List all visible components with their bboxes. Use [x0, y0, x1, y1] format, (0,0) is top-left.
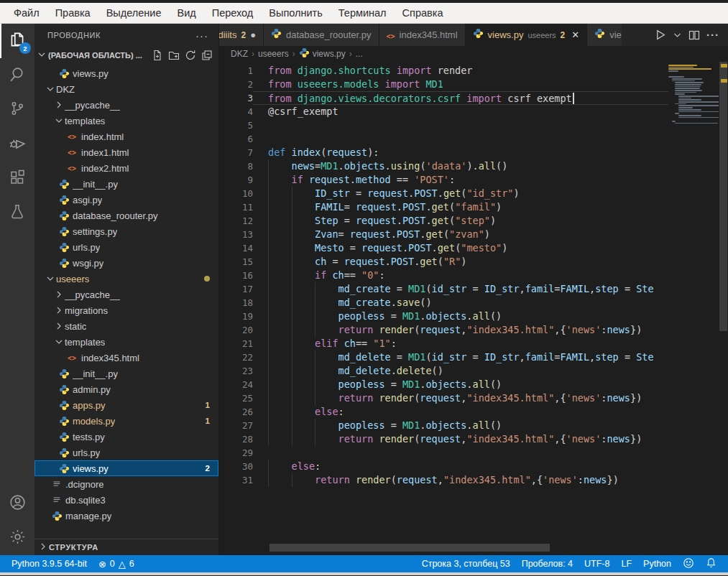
code-line-31[interactable]: 31 return render(request,"index345.html"…	[219, 473, 668, 487]
activity-account[interactable]	[0, 486, 34, 521]
tab-index345-html[interactable]: <>index345.html	[379, 24, 466, 46]
code-line-9[interactable]: 9 if request.method == 'POST':	[219, 173, 668, 187]
code-line-11[interactable]: 11 FAMIL= request.POST.get("famil")	[219, 200, 668, 214]
code-line-4[interactable]: 4@csrf_exempt	[219, 105, 668, 119]
code-line-2[interactable]: 2from useeers.models import MD1	[219, 78, 668, 91]
menu-item-4[interactable]: Переход	[204, 7, 262, 19]
menu-item-2[interactable]: Выделение	[98, 7, 170, 19]
code-line-30[interactable]: 30 else:	[219, 460, 668, 473]
outline-section-header[interactable]: СТРУКТУРА	[34, 539, 218, 555]
code-line-28[interactable]: 28 return render(request,"index345.html"…	[219, 432, 668, 446]
code-area[interactable]: 1from django.shortcuts import render2fro…	[219, 62, 668, 555]
status-encoding[interactable]: UTF-8	[579, 555, 615, 572]
menu-item-6[interactable]: Терминал	[331, 7, 395, 19]
vertical-scrollbar[interactable]	[719, 62, 728, 555]
chevron-down-icon[interactable]	[673, 30, 682, 40]
tree-file-index2-html[interactable]: <>index2.html	[34, 160, 218, 176]
code-line-24[interactable]: 24 peopless = MD1.objects.all()	[219, 378, 668, 391]
workspace-section-header[interactable]: (РАБОЧАЯ ОБЛАСТЬ) ...	[34, 47, 218, 63]
tree-folder-migrations[interactable]: migrations	[34, 302, 218, 318]
horizontal-scrollbar-thumb[interactable]	[269, 544, 550, 552]
code-line-7[interactable]: 7def index(request):	[219, 146, 668, 159]
code-line-3[interactable]: 3from django.views.decorators.csrf impor…	[219, 91, 668, 105]
tree-file-database-roouter-py[interactable]: database_roouter.py	[34, 208, 218, 223]
activity-run-debug[interactable]	[0, 127, 34, 162]
minimap[interactable]	[668, 62, 719, 555]
tree-file-wsgi-py[interactable]: wsgi.py	[34, 255, 218, 271]
status-problems[interactable]: ⊗0△6	[93, 555, 140, 572]
tree-file-models-py[interactable]: models.py1	[34, 413, 218, 429]
tree-file-settings-py[interactable]: settings.py	[34, 223, 218, 239]
status-language-mode[interactable]: Python	[637, 555, 677, 572]
status-indentation[interactable]: Пробелов: 4	[516, 555, 579, 572]
status-python-interpreter[interactable]: Python 3.9.5 64-bit	[6, 555, 93, 572]
status-notifications[interactable]	[700, 555, 722, 572]
code-line-5[interactable]: 5	[219, 119, 668, 132]
new-folder-icon[interactable]	[168, 50, 180, 61]
menu-item-3[interactable]: Вид	[169, 7, 203, 19]
tree-file-index-html[interactable]: <>index.html	[34, 129, 218, 144]
code-line-14[interactable]: 14 Mesto = request.POST.get("mesto")	[219, 241, 668, 255]
code-line-16[interactable]: 16 if ch== "0":	[219, 269, 668, 282]
tree-file-tests-py[interactable]: tests.py	[34, 429, 218, 445]
sidebar-more-actions[interactable]: ···	[195, 29, 208, 42]
code-line-18[interactable]: 18 md_create.save()	[219, 296, 668, 310]
breadcrumb-item-views-py[interactable]: views.py	[299, 47, 346, 60]
code-line-20[interactable]: 20 return render(request,"index345.html"…	[219, 323, 668, 337]
activity-explorer[interactable]: 2	[0, 24, 34, 58]
tree-folder-templates[interactable]: templates	[34, 113, 218, 129]
activity-search[interactable]	[0, 58, 34, 93]
code-line-17[interactable]: 17 md_create = MD1(id_str = ID_str,famil…	[219, 282, 668, 296]
code-line-13[interactable]: 13 Zvan= request.POST.get("zvan")	[219, 228, 668, 241]
status-eol[interactable]: LF	[615, 555, 637, 572]
tree-file-manage-py[interactable]: manage.py	[34, 508, 218, 524]
status-feedback[interactable]	[677, 555, 700, 572]
tree-file-index345-html[interactable]: <>index345.html	[34, 350, 218, 366]
collapse-all-icon[interactable]	[201, 50, 213, 61]
breadcrumb-item-dkz[interactable]: DKZ	[231, 49, 248, 59]
tree-file-index1-html[interactable]: <>index1.html	[34, 144, 218, 160]
tree-file-urls-py[interactable]: urls.py	[34, 239, 218, 255]
vertical-scrollbar-thumb[interactable]	[719, 62, 727, 331]
close-icon[interactable]: ✕	[571, 29, 579, 40]
menu-item-0[interactable]: Файл	[6, 7, 47, 19]
code-line-25[interactable]: 25 return render(request,"index345.html"…	[219, 391, 668, 405]
new-file-icon[interactable]	[152, 50, 163, 61]
horizontal-scrollbar[interactable]	[219, 544, 609, 552]
tree-file-urls-py[interactable]: urls.py	[34, 445, 218, 460]
tab-database-roouter-py[interactable]: database_roouter.py	[264, 24, 379, 46]
tree-file--init-py[interactable]: __init__.py	[34, 176, 218, 192]
activity-settings[interactable]	[0, 521, 34, 555]
breadcrumb-item--[interactable]: ...	[356, 49, 363, 59]
code-line-23[interactable]: 23 md_delete.delete()	[219, 364, 668, 378]
tree-file-asgi-py[interactable]: asgi.py	[34, 192, 218, 208]
code-line-27[interactable]: 27 peopless = MD1.objects.all()	[219, 419, 668, 432]
code-line-26[interactable]: 26 else:	[219, 405, 668, 419]
refresh-icon[interactable]	[185, 50, 196, 61]
activity-extensions[interactable]	[0, 162, 34, 196]
code-line-6[interactable]: 6	[219, 132, 668, 146]
tree-folder--pycache-[interactable]: __pycache__	[34, 97, 218, 113]
menu-item-5[interactable]: Выполнить	[261, 7, 330, 19]
code-line-12[interactable]: 12 Step = request.POST.get("step")	[219, 214, 668, 228]
tab-diiits[interactable]: diiits2●	[219, 24, 264, 46]
menu-item-7[interactable]: Справка	[395, 7, 451, 19]
tree-folder-useeers[interactable]: useeers	[34, 271, 218, 287]
menu-item-1[interactable]: Правка	[47, 7, 98, 19]
tree-folder-static[interactable]: static	[34, 318, 218, 334]
split-editor-icon[interactable]	[688, 29, 700, 41]
status-cursor-position[interactable]: Строка 3, столбец 53	[416, 555, 516, 572]
tree-file-apps-py[interactable]: apps.py1	[34, 397, 218, 413]
code-line-15[interactable]: 15 ch = request.POST.get("R")	[219, 255, 668, 269]
tree-file-views-py[interactable]: views.py	[34, 65, 218, 81]
code-line-29[interactable]: 29	[219, 446, 668, 460]
tree-file-views-py[interactable]: views.py2	[34, 460, 218, 476]
code-line-1[interactable]: 1from django.shortcuts import render	[219, 64, 668, 78]
breadcrumb-item-useeers[interactable]: useeers	[258, 49, 289, 59]
tree-folder-templates[interactable]: templates	[34, 334, 218, 350]
code-line-8[interactable]: 8 news=MD1.objects.using('daata').all()	[219, 159, 668, 173]
code-line-19[interactable]: 19 peopless = MD1.objects.all()	[219, 310, 668, 323]
run-icon[interactable]	[654, 29, 666, 41]
tree-file-db-sqlite3[interactable]: db.sqlite3	[34, 492, 218, 508]
tree-file-admin-py[interactable]: admin.py	[34, 381, 218, 397]
